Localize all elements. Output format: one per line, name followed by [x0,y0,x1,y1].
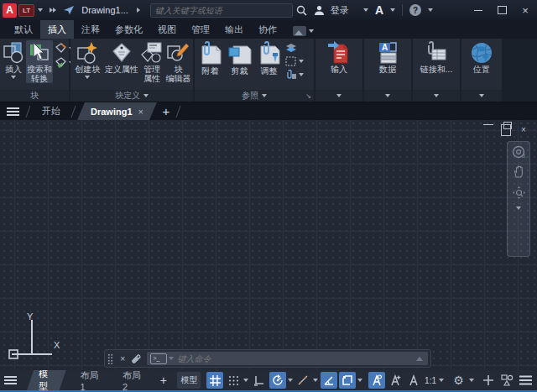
viewport-restore-icon[interactable] [501,124,511,134]
attach-button[interactable]: 附着 [196,40,225,76]
tab-annotate[interactable]: 注释 [74,20,107,39]
autodesk-dropdown-icon[interactable] [390,8,395,12]
clip-button[interactable]: 剪裁 [225,40,254,76]
snap-mode-toggle[interactable] [225,372,242,389]
grid-display-toggle[interactable] [206,372,223,389]
nav-wheel-icon[interactable]: 2D [512,145,525,159]
close-button[interactable]: × [514,0,537,20]
insert-block-button[interactable]: 插入 [1,40,26,79]
link-extract-button[interactable]: 链接和... [415,40,457,74]
panel-link-extract-title[interactable] [413,90,460,102]
object-snap-toggle[interactable] [339,372,356,389]
annotation-autoscale-toggle[interactable] [387,372,404,389]
search-convert-button[interactable]: 搜索和 转换 [26,40,53,83]
tab-start[interactable]: 开始 [32,102,70,120]
statusbar-menu-icon[interactable] [0,376,21,384]
panel-reference-title[interactable]: 参照 ↘ [195,90,314,102]
tab-manage[interactable]: 管理 [184,20,217,39]
frames-button[interactable] [285,56,304,66]
minimize-button[interactable] [467,0,490,20]
manage-attributes-button[interactable]: 管理 属性 [139,40,164,83]
autodesk-logo[interactable]: A [375,3,383,17]
adjust-button[interactable]: 调整 [254,40,284,76]
add-layout-button[interactable]: + [157,374,171,387]
tab-layout2[interactable]: 布局2 [114,370,151,390]
tab-layout1[interactable]: 布局1 [71,370,108,390]
command-prompt-icon[interactable]: >_ [150,353,167,364]
tab-drawing1[interactable]: Drawing1 × [77,102,157,120]
tab-insert[interactable]: 插入 [40,20,74,39]
isodraft-dropdown-icon[interactable] [312,372,319,389]
app-menu-dropdown-icon[interactable] [38,8,43,12]
command-input-field[interactable]: >_ [147,352,428,365]
panel-data-title[interactable] [364,90,411,102]
annotation-scale-icon[interactable] [405,372,422,389]
isodraft-toggle[interactable] [295,372,311,389]
define-attributes-button[interactable]: 定义属性 [104,40,139,74]
command-input[interactable] [174,354,416,363]
snap-to-underlay-button[interactable] [285,70,304,80]
help-dropdown-icon[interactable] [428,8,433,12]
annotation-scale-value[interactable]: 1:1 [425,376,436,385]
panel-block-definition-title[interactable]: 块定义 [70,90,193,102]
panel-import-title[interactable] [315,90,362,102]
isolate-objects-icon[interactable] [498,372,515,389]
command-close-icon[interactable]: × [120,353,125,363]
app-logo[interactable]: A LT [3,3,34,18]
workspace-dropdown-icon[interactable] [468,372,475,389]
workspace-gear-icon[interactable]: ⚙ [451,372,467,389]
title-expand-icon[interactable] [137,8,140,13]
plus-icon[interactable] [480,372,497,389]
navbar-dropdown-icon[interactable] [516,206,521,210]
tab-view[interactable]: 视图 [150,20,184,39]
panel-location-title[interactable] [461,90,502,102]
scale-dropdown-icon[interactable] [438,372,445,389]
import-button[interactable]: 输入 [320,40,358,74]
data-button[interactable]: A 数据 [368,40,407,74]
signin-label[interactable]: 登录 [331,4,349,17]
user-icon[interactable] [314,5,325,16]
frames-dropdown-icon[interactable] [299,60,304,63]
polar-dropdown-icon[interactable] [287,372,294,389]
underlay-layers-button[interactable] [285,43,304,53]
model-space-button[interactable]: 模型 [177,372,201,389]
polar-tracking-toggle[interactable] [269,372,286,389]
tab-model[interactable]: 模型 [27,370,66,390]
viewport-close-icon[interactable]: × [519,124,529,134]
nav-pan-hand-icon[interactable] [512,165,525,179]
block-editor-button[interactable]: 块 编辑器 [164,40,192,83]
tab-default[interactable]: 默认 [7,20,40,39]
maximize-button[interactable] [490,0,514,20]
annotation-visibility-toggle[interactable] [368,372,385,389]
snap-to-underlay-dropdown-icon[interactable] [299,73,304,76]
panel-block-title[interactable]: 块 [0,90,69,102]
create-block-dropdown-icon[interactable] [85,76,90,79]
tab-parametric[interactable]: 参数化 [107,20,150,39]
search-input[interactable] [151,6,292,15]
search-icon[interactable] [296,5,307,16]
create-block-button[interactable]: 创建块 [71,40,104,79]
filetabs-menu-icon[interactable] [0,102,25,120]
object-snap-tracking-toggle[interactable] [321,372,337,389]
location-button[interactable]: 位置 [464,40,499,74]
dialog-launcher-icon[interactable]: ↘ [305,92,311,100]
tab-close-icon[interactable]: × [138,107,143,117]
quick-access-expand-icon[interactable] [50,8,56,13]
help-search-box[interactable] [150,3,293,18]
share-icon[interactable] [63,5,75,15]
customize-menu-icon[interactable] [517,372,534,389]
tab-output[interactable]: 输出 [217,20,251,39]
command-line[interactable]: × >_ [104,349,431,368]
snap-dropdown-icon[interactable] [242,372,249,389]
ribbon-display-toggle[interactable] [293,26,314,36]
nav-zoom-extents-icon[interactable] [512,186,526,200]
ortho-toggle[interactable] [251,372,268,389]
tab-collaborate[interactable]: 协作 [251,20,284,39]
help-icon[interactable]: ? [409,4,421,16]
command-customize-wrench-icon[interactable] [131,353,142,364]
new-tab-button[interactable]: + [157,102,175,120]
object-snap-dropdown-icon[interactable] [357,372,363,389]
signin-dropdown-icon[interactable] [363,8,368,12]
command-grip-handle[interactable] [107,353,113,364]
drawing-canvas[interactable]: × 2D Y X [0,120,537,370]
